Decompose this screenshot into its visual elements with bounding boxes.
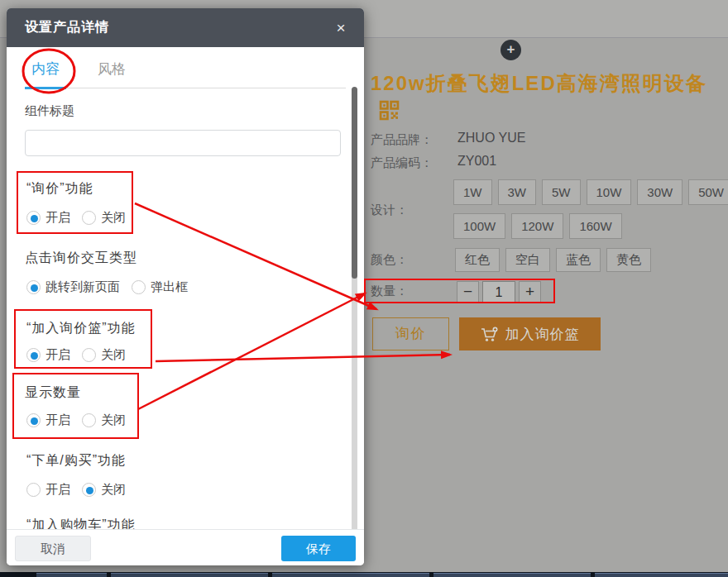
design-option[interactable]: 1W: [453, 179, 492, 205]
quantity-label: 数量：: [371, 284, 408, 299]
save-button[interactable]: 保存: [281, 536, 356, 561]
radio-option-off[interactable]: 关闭: [82, 210, 126, 226]
dialog-footer: 取消 保存: [7, 529, 364, 565]
radio-selected-icon: [26, 348, 41, 362]
radio-selected-icon: [82, 483, 96, 497]
color-option[interactable]: 黄色: [606, 248, 651, 272]
taskbar: [0, 572, 728, 577]
product-title: 120w折叠飞翅LED高海湾照明设备: [371, 71, 725, 96]
component-title-input[interactable]: [25, 130, 341, 156]
radio-unselected-icon: [82, 211, 96, 225]
scrollbar-thumb[interactable]: [352, 87, 357, 279]
add-basket-radio-group: 开启 关闭: [26, 347, 137, 363]
cart-plus-icon: [481, 327, 499, 342]
section-title-order-buy: “下单/购买”功能: [26, 452, 126, 470]
design-option[interactable]: 3W: [498, 179, 537, 205]
code-value: ZY001: [457, 154, 496, 169]
design-option[interactable]: 10W: [587, 179, 632, 205]
color-option[interactable]: 蓝色: [556, 248, 601, 272]
radio-unselected-icon: [132, 280, 146, 294]
quantity-stepper: − 1 +: [457, 281, 541, 303]
design-option[interactable]: 160W: [569, 213, 621, 239]
dialog-body: 组件标题 “询价”功能 开启 关闭 点击询价交互类型 跳转到新页面: [7, 88, 364, 529]
quantity-value[interactable]: 1: [482, 281, 515, 303]
section-title-add-cart: “加入购物车”功能: [26, 517, 136, 529]
design-options-row2: 100W 120W 160W: [453, 213, 622, 239]
design-option[interactable]: 30W: [637, 179, 682, 205]
inquiry-button[interactable]: 询价: [372, 317, 449, 350]
close-icon[interactable]: ×: [331, 18, 351, 38]
radio-unselected-icon: [82, 413, 96, 427]
product-detail-settings-dialog: 设置产品详情 × 内容 风格 组件标题 “询价”功能 开启 关闭 点击询价交互类…: [7, 8, 364, 565]
radio-option-off[interactable]: 关闭: [82, 412, 126, 428]
design-options-row1: 1W 3W 5W 10W 30W 50W 80W: [453, 179, 728, 205]
design-label: 设计：: [371, 203, 408, 218]
radio-option-off[interactable]: 关闭: [82, 347, 126, 363]
screen: + 120w折叠飞翅LED高海湾照明设备 产品品牌： ZHUO YUE 产品编码…: [0, 0, 728, 577]
dialog-title: 设置产品详情: [25, 19, 109, 36]
qr-code-icon[interactable]: [379, 100, 400, 121]
design-option[interactable]: 100W: [453, 213, 505, 239]
code-label: 产品编码：: [371, 155, 433, 171]
order-buy-radio-group: 开启 关闭: [26, 482, 137, 498]
radio-option-popup[interactable]: 弹出框: [132, 279, 188, 295]
section-title-add-basket: “加入询价篮”功能: [26, 320, 136, 337]
color-label: 颜色：: [371, 252, 408, 268]
brand-value: ZHUO YUE: [457, 131, 525, 145]
section-title-show-quantity: 显示数量: [25, 384, 81, 402]
design-option[interactable]: 5W: [542, 179, 581, 205]
cancel-button[interactable]: 取消: [15, 536, 91, 561]
radio-option-on[interactable]: 开启: [26, 347, 70, 363]
radio-option-new-page[interactable]: 跳转到新页面: [26, 279, 120, 295]
tab-content[interactable]: 内容: [25, 60, 66, 89]
add-component-icon[interactable]: +: [500, 40, 521, 60]
add-to-basket-label: 加入询价篮: [505, 325, 580, 344]
quantity-plus-button[interactable]: +: [519, 281, 541, 303]
radio-unselected-icon: [26, 483, 41, 497]
brand-label: 产品品牌：: [371, 132, 433, 148]
design-option[interactable]: 120W: [511, 213, 563, 239]
show-quantity-radio-group: 开启 关闭: [26, 412, 137, 428]
section-title-interaction-type: 点击询价交互类型: [25, 250, 137, 267]
tab-bar: 内容 风格: [25, 47, 346, 88]
color-option[interactable]: 红色: [455, 248, 500, 272]
radio-selected-icon: [26, 280, 41, 294]
tab-style[interactable]: 风格: [91, 60, 132, 88]
quantity-minus-button[interactable]: −: [457, 281, 479, 303]
inquiry-radio-group: 开启 关闭: [26, 210, 137, 226]
section-title-inquiry: “询价”功能: [26, 180, 93, 198]
radio-unselected-icon: [82, 348, 96, 362]
radio-option-on[interactable]: 开启: [26, 482, 70, 498]
radio-option-off[interactable]: 关闭: [82, 482, 126, 498]
radio-option-on[interactable]: 开启: [26, 412, 70, 428]
dialog-header: 设置产品详情 ×: [7, 8, 364, 47]
color-option[interactable]: 空白: [505, 248, 550, 272]
radio-selected-icon: [26, 211, 41, 225]
color-options: 红色 空白 蓝色 黄色: [455, 248, 651, 272]
interaction-type-radio-group: 跳转到新页面 弹出框: [26, 279, 199, 295]
design-option[interactable]: 50W: [688, 179, 728, 205]
component-title-label: 组件标题: [25, 103, 74, 119]
radio-selected-icon: [26, 413, 41, 427]
radio-option-on[interactable]: 开启: [26, 210, 70, 226]
add-to-inquiry-basket-button[interactable]: 加入询价篮: [459, 317, 601, 350]
